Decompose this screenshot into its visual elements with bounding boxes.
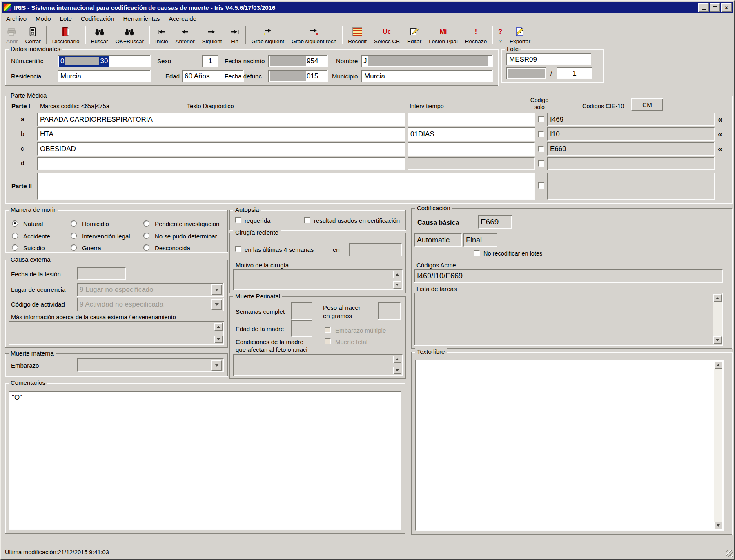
- peso-nacer-field[interactable]: [378, 302, 401, 320]
- exportar-button[interactable]: Exportar: [506, 25, 534, 45]
- condiciones-madre-textarea[interactable]: [233, 354, 403, 376]
- radio-pendiente-investigacion[interactable]: [143, 220, 149, 227]
- lote-numero-field[interactable]: 1: [557, 67, 592, 79]
- codigo-actividad-dropdown[interactable]: 9 Actividad no especificada: [77, 298, 224, 311]
- radio-desconocida[interactable]: [143, 244, 149, 251]
- sexo-field[interactable]: 1: [202, 55, 218, 67]
- scroll-down-button[interactable]: [393, 367, 401, 374]
- radio-natural[interactable]: [12, 220, 18, 227]
- scroll-up-button[interactable]: [393, 271, 401, 278]
- embarazo-dropdown[interactable]: [77, 358, 224, 372]
- municipio-field[interactable]: Murcia: [361, 70, 493, 82]
- lote-codigo-field[interactable]: MESR09: [506, 53, 591, 65]
- lugar-ocurrencia-dropdown[interactable]: 9 Lugar no especificado: [77, 283, 224, 297]
- diagnostico-d-field[interactable]: [37, 157, 405, 170]
- embarazo-multiple-checkbox[interactable]: [325, 327, 331, 333]
- radio-suicidio[interactable]: [12, 244, 18, 251]
- scroll-down-button[interactable]: [214, 336, 223, 343]
- cirugia-en-field[interactable]: [349, 243, 402, 256]
- maximize-button[interactable]: [710, 3, 720, 12]
- resize-grip[interactable]: [726, 550, 733, 557]
- codigos-acme-field[interactable]: I469/I10/E669: [414, 269, 723, 283]
- codigo-a-field[interactable]: I469: [547, 113, 715, 126]
- codigo-b-field[interactable]: I10: [547, 127, 715, 141]
- scroll-down-button[interactable]: [393, 281, 401, 289]
- menu-herramientas[interactable]: Herramientas: [118, 13, 164, 24]
- texto-libre-textarea[interactable]: [415, 360, 724, 531]
- siguiente-button[interactable]: Siguient: [198, 25, 226, 45]
- inicio-button[interactable]: Inicio: [151, 25, 172, 45]
- diagnostico-a-field[interactable]: PARADA CARDIORRESPIRATORIA: [37, 113, 405, 126]
- motivo-cirugia-textarea[interactable]: [233, 269, 403, 290]
- rechazo-button[interactable]: ! Rechazo: [461, 25, 490, 45]
- dropdown-arrow-button[interactable]: [211, 299, 222, 310]
- menu-lote[interactable]: Lote: [56, 13, 76, 24]
- diagnostico-b-field[interactable]: HTA: [37, 127, 405, 141]
- nombre-field[interactable]: J: [361, 55, 493, 67]
- codigo-c-field[interactable]: E669: [547, 142, 715, 156]
- interv-c-field[interactable]: [408, 142, 535, 156]
- interv-a-field[interactable]: [408, 113, 535, 126]
- codigo-solo-a-checkbox[interactable]: [538, 116, 544, 122]
- scroll-up-button[interactable]: [214, 323, 223, 331]
- codigo-parte2-field[interactable]: [547, 173, 715, 200]
- codigo-solo-parte2-checkbox[interactable]: [538, 182, 544, 189]
- abrir-button[interactable]: Abrir: [2, 25, 22, 45]
- diccionario-button[interactable]: Diccionario: [49, 25, 83, 45]
- fecha-lesion-field[interactable]: [77, 267, 126, 280]
- copy-code-c-button[interactable]: «: [718, 144, 722, 153]
- scroll-up-button[interactable]: [393, 356, 401, 363]
- diagnostico-c-field[interactable]: OBESIDAD: [37, 142, 405, 156]
- interv-b-field[interactable]: 01DIAS: [408, 127, 535, 141]
- codigo-solo-b-checkbox[interactable]: [538, 131, 544, 137]
- autopsia-requerida-checkbox[interactable]: [235, 217, 241, 223]
- muerte-fetal-checkbox[interactable]: [325, 338, 331, 344]
- ayuda-button[interactable]: ? ?: [494, 25, 506, 45]
- autopsia-resultados-checkbox[interactable]: [304, 217, 310, 223]
- menu-modo[interactable]: Modo: [31, 13, 56, 24]
- comentarios-textarea[interactable]: "O": [9, 391, 401, 530]
- menu-codificacion[interactable]: Codificación: [76, 13, 119, 24]
- grab-siguiente-rech-button[interactable]: Grab siguient rech: [288, 25, 340, 45]
- edad-madre-field[interactable]: [291, 320, 312, 337]
- mas-informacion-textarea[interactable]: [9, 321, 224, 345]
- semanas-complet-field[interactable]: [291, 302, 312, 320]
- codigo-solo-c-checkbox[interactable]: [538, 146, 544, 152]
- scroll-down-button[interactable]: [713, 336, 722, 344]
- copy-code-b-button[interactable]: «: [718, 129, 722, 139]
- fecha-nacimto-field[interactable]: 954: [268, 55, 328, 67]
- radio-guerra[interactable]: [71, 244, 77, 251]
- copy-code-a-button[interactable]: «: [718, 115, 722, 124]
- no-recodificar-checkbox[interactable]: [474, 250, 480, 256]
- codigo-solo-d-checkbox[interactable]: [538, 160, 544, 167]
- scroll-up-button[interactable]: [714, 361, 722, 369]
- dropdown-arrow-button[interactable]: [211, 360, 222, 371]
- lote-redacted-field[interactable]: [506, 67, 546, 79]
- close-button[interactable]: ×: [721, 3, 732, 12]
- scrollbar-track[interactable]: [714, 361, 722, 529]
- lesion-ppal-button[interactable]: Mi Lesión Ppal: [425, 25, 461, 45]
- grab-siguiente-button[interactable]: Grab siguient: [248, 25, 288, 45]
- editar-button[interactable]: Editar: [403, 25, 425, 45]
- selecc-cb-button[interactable]: Uc Selecc CB: [370, 25, 403, 45]
- buscar-button[interactable]: Buscar: [87, 25, 112, 45]
- anterior-button[interactable]: Anterior: [172, 25, 198, 45]
- fecha-defunc-field[interactable]: 015: [268, 70, 328, 82]
- scroll-down-button[interactable]: [714, 522, 722, 529]
- menu-acerca-de[interactable]: Acerca de: [165, 13, 201, 24]
- dropdown-arrow-button[interactable]: [211, 284, 222, 295]
- radio-accidente[interactable]: [12, 233, 18, 239]
- minimize-button[interactable]: [698, 3, 709, 12]
- residencia-field[interactable]: Murcia: [58, 70, 151, 82]
- radio-no-determinar[interactable]: [143, 233, 149, 239]
- radio-homicidio[interactable]: [71, 220, 77, 227]
- fin-button[interactable]: Fin: [226, 25, 244, 45]
- cerrar-button[interactable]: Cerrar: [22, 25, 45, 45]
- parte2-field[interactable]: [37, 173, 535, 200]
- scroll-up-button[interactable]: [713, 294, 722, 302]
- interv-d-field[interactable]: [408, 157, 535, 170]
- ok-buscar-button[interactable]: OK+Buscar: [112, 25, 147, 45]
- num-certific-field[interactable]: 0 30: [58, 55, 151, 67]
- lista-tareas-textarea[interactable]: [414, 293, 723, 346]
- radio-intervencion-legal[interactable]: [71, 233, 77, 239]
